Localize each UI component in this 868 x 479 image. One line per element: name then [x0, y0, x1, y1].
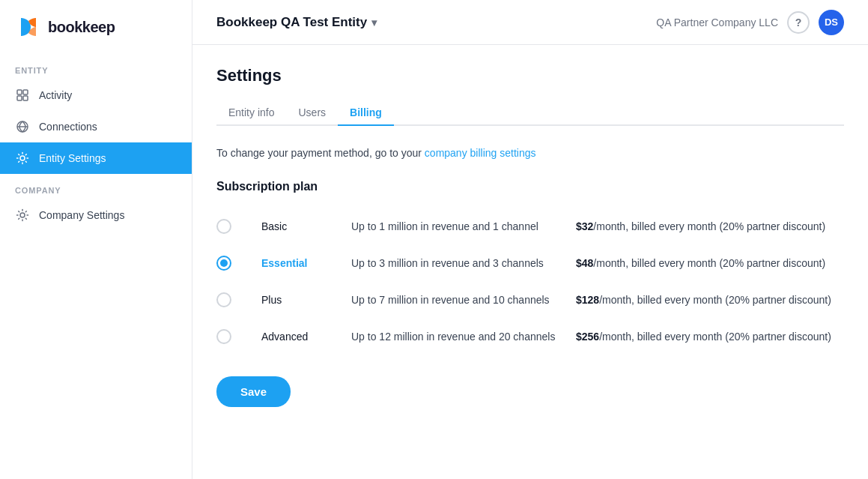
radio-basic[interactable] [216, 219, 231, 234]
logo: bookkeep [0, 0, 192, 54]
tab-entity-info[interactable]: Entity info [216, 100, 286, 126]
plan-price-advanced: $256/month, billed every month (20% part… [576, 331, 844, 343]
plan-name-essential: Essential [261, 257, 351, 269]
sidebar-item-company-settings[interactable]: Company Settings [0, 199, 192, 231]
topbar-right: QA Partner Company LLC ? DS [656, 10, 844, 35]
sidebar-item-entity-settings-label: Entity Settings [39, 152, 106, 164]
entity-selector[interactable]: Bookkeep QA Test Entity ▾ [216, 15, 377, 30]
plan-price-bold-plus: $128 [576, 294, 599, 306]
page-content: Settings Entity info Users Billing To ch… [192, 45, 868, 479]
entity-name: Bookkeep QA Test Entity [216, 15, 367, 30]
plan-price-rest-essential: /month, billed every month (20% partner … [593, 257, 825, 269]
plan-desc-basic: Up to 1 million in revenue and 1 channel [351, 220, 576, 232]
plan-desc-essential: Up to 3 million in revenue and 3 channel… [351, 257, 576, 269]
radio-essential[interactable] [216, 256, 231, 271]
radio-inner-essential [220, 259, 228, 267]
sidebar-item-activity-label: Activity [39, 89, 72, 101]
chevron-down-icon: ▾ [371, 16, 377, 28]
tabs-bar: Entity info Users Billing [216, 100, 844, 126]
plan-desc-advanced: Up to 12 million in revenue and 20 chann… [351, 331, 576, 343]
plan-price-bold-advanced: $256 [576, 331, 599, 343]
bookkeep-logo-icon [15, 13, 42, 40]
sidebar: bookkeep ENTITY Activity Connections [0, 0, 192, 479]
plan-row-basic: Basic Up to 1 million in revenue and 1 c… [216, 208, 844, 245]
topbar: Bookkeep QA Test Entity ▾ QA Partner Com… [192, 0, 868, 45]
company-billing-link[interactable]: company billing settings [425, 147, 536, 159]
sidebar-item-connections-label: Connections [39, 121, 97, 133]
plan-row-advanced: Advanced Up to 12 million in revenue and… [216, 319, 844, 355]
svg-rect-3 [23, 96, 28, 100]
svg-rect-0 [17, 90, 22, 94]
save-button[interactable]: Save [216, 376, 291, 407]
plan-desc-plus: Up to 7 million in revenue and 10 channe… [351, 294, 576, 306]
plan-price-rest-plus: /month, billed every month (20% partner … [599, 294, 831, 306]
plan-price-bold-basic: $32 [576, 220, 593, 232]
radio-plus[interactable] [216, 292, 231, 307]
activity-icon [15, 88, 30, 103]
plan-radio-plus[interactable] [216, 292, 261, 307]
avatar[interactable]: DS [819, 10, 844, 35]
plan-list: Basic Up to 1 million in revenue and 1 c… [216, 208, 844, 355]
plan-price-bold-essential: $48 [576, 257, 593, 269]
company-name: QA Partner Company LLC [656, 16, 778, 28]
logo-text: bookkeep [48, 19, 115, 36]
billing-notice: To change your payment method, go to you… [216, 147, 844, 159]
connections-icon [15, 119, 30, 134]
company-settings-icon [15, 208, 30, 223]
svg-rect-1 [23, 90, 28, 94]
entity-settings-icon [15, 151, 30, 166]
company-section-label: COMPANY [0, 174, 192, 199]
entity-section-label: ENTITY [0, 54, 192, 79]
billing-notice-text: To change your payment method, go to you… [216, 147, 425, 159]
plan-price-rest-advanced: /month, billed every month (20% partner … [599, 331, 831, 343]
plan-name-basic: Basic [261, 220, 351, 232]
subscription-title: Subscription plan [216, 180, 844, 193]
plan-price-rest-basic: /month, billed every month (20% partner … [593, 220, 825, 232]
plan-name-plus: Plus [261, 294, 351, 306]
tab-billing[interactable]: Billing [338, 100, 394, 126]
main-content: Bookkeep QA Test Entity ▾ QA Partner Com… [192, 0, 868, 479]
plan-name-advanced: Advanced [261, 331, 351, 343]
svg-rect-2 [17, 96, 22, 100]
plan-radio-basic[interactable] [216, 219, 261, 234]
plan-price-essential: $48/month, billed every month (20% partn… [576, 257, 844, 269]
sidebar-item-connections[interactable]: Connections [0, 111, 192, 142]
sidebar-item-entity-settings[interactable]: Entity Settings [0, 142, 192, 174]
plan-radio-advanced[interactable] [216, 329, 261, 344]
help-button[interactable]: ? [787, 11, 810, 34]
plan-row-essential: Essential Up to 3 million in revenue and… [216, 245, 844, 282]
tab-users[interactable]: Users [286, 100, 338, 126]
radio-advanced[interactable] [216, 329, 231, 344]
svg-point-5 [20, 156, 25, 160]
page-title: Settings [216, 66, 844, 85]
plan-price-plus: $128/month, billed every month (20% part… [576, 294, 844, 306]
svg-point-6 [20, 213, 25, 217]
plan-radio-essential[interactable] [216, 256, 261, 271]
plan-row-plus: Plus Up to 7 million in revenue and 10 c… [216, 282, 844, 319]
plan-price-basic: $32/month, billed every month (20% partn… [576, 220, 844, 232]
sidebar-item-activity[interactable]: Activity [0, 79, 192, 111]
sidebar-item-company-settings-label: Company Settings [39, 209, 124, 221]
